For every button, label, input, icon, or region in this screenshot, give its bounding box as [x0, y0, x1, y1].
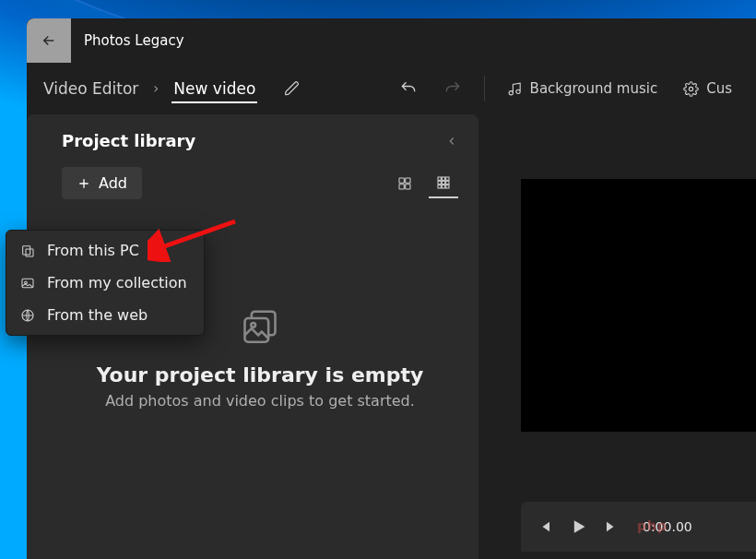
timecode: php 0:00.00 — [643, 519, 692, 534]
svg-rect-8 — [438, 181, 441, 184]
empty-title: Your project library is empty — [62, 363, 458, 387]
collection-icon — [19, 276, 36, 291]
player-controls: php 0:00.00 — [521, 502, 756, 552]
app-title: Photos Legacy — [84, 32, 184, 49]
project-library-panel: Project library Add — [27, 114, 478, 559]
menu-label: From my collection — [47, 274, 187, 291]
plus-icon — [77, 176, 91, 191]
svg-rect-4 — [406, 184, 410, 188]
svg-rect-11 — [438, 184, 441, 187]
arrow-left-icon — [41, 32, 57, 49]
redo-button[interactable] — [434, 70, 471, 107]
play-icon — [569, 517, 587, 536]
preview-area: php 0:00.00 — [478, 114, 756, 559]
rename-button[interactable] — [274, 70, 311, 107]
separator — [484, 76, 485, 101]
toolbar: Video Editor › New video Background musi… — [27, 63, 756, 114]
menu-from-the-web[interactable]: From the web — [6, 299, 204, 331]
grid-small-button[interactable] — [390, 169, 419, 198]
background-music-button[interactable]: Background music — [498, 75, 667, 102]
svg-rect-7 — [446, 177, 449, 180]
menu-from-this-pc[interactable]: From this PC — [6, 234, 204, 267]
custom-audio-button[interactable]: Cus — [674, 75, 741, 102]
menu-label: From this PC — [47, 242, 139, 259]
svg-rect-17 — [26, 249, 33, 256]
music-icon — [507, 81, 523, 97]
grid-large-button[interactable] — [429, 169, 458, 198]
svg-rect-3 — [399, 184, 404, 188]
gear-icon — [683, 81, 699, 97]
chevron-left-icon — [445, 135, 458, 148]
chevron-right-icon: › — [153, 80, 159, 97]
background-music-label: Background music — [530, 80, 658, 97]
web-icon — [19, 308, 36, 323]
svg-rect-9 — [442, 181, 444, 184]
custom-audio-label: Cus — [706, 80, 732, 97]
titlebar: Photos Legacy — [27, 18, 756, 63]
grid-small-icon — [397, 176, 412, 191]
back-button[interactable] — [27, 18, 71, 63]
collapse-button[interactable] — [445, 135, 458, 148]
pencil-icon — [284, 80, 301, 97]
next-frame-button[interactable] — [604, 518, 620, 535]
play-button[interactable] — [569, 517, 587, 536]
watermark: php — [637, 518, 667, 533]
svg-rect-1 — [399, 178, 404, 183]
add-context-menu: From this PC From my collection From the… — [6, 230, 205, 336]
svg-point-0 — [690, 87, 693, 90]
svg-rect-10 — [446, 181, 449, 184]
add-label: Add — [99, 174, 127, 192]
video-preview — [521, 179, 756, 432]
breadcrumb-current[interactable]: New video — [171, 74, 257, 103]
prev-frame-button[interactable] — [536, 518, 552, 535]
svg-point-15 — [251, 323, 255, 327]
empty-subtitle: Add photos and video clips to get starte… — [62, 392, 458, 410]
svg-rect-2 — [406, 178, 410, 183]
menu-label: From the web — [47, 306, 148, 324]
svg-rect-5 — [438, 177, 441, 180]
svg-rect-13 — [446, 184, 449, 187]
svg-rect-6 — [442, 177, 444, 180]
breadcrumb-root[interactable]: Video Editor — [41, 74, 140, 103]
menu-from-my-collection[interactable]: From my collection — [6, 267, 204, 299]
panel-title: Project library — [62, 131, 195, 150]
undo-icon — [399, 79, 418, 98]
library-empty-icon — [240, 308, 280, 349]
pc-icon — [19, 244, 36, 258]
grid-large-icon — [436, 175, 451, 190]
redo-icon — [443, 79, 462, 98]
content-area: Project library Add — [27, 114, 756, 559]
svg-rect-12 — [442, 184, 444, 187]
undo-button[interactable] — [390, 70, 427, 107]
skip-forward-icon — [604, 518, 620, 535]
add-button[interactable]: Add — [62, 167, 142, 199]
svg-rect-16 — [23, 245, 30, 254]
skip-back-icon — [536, 518, 552, 535]
